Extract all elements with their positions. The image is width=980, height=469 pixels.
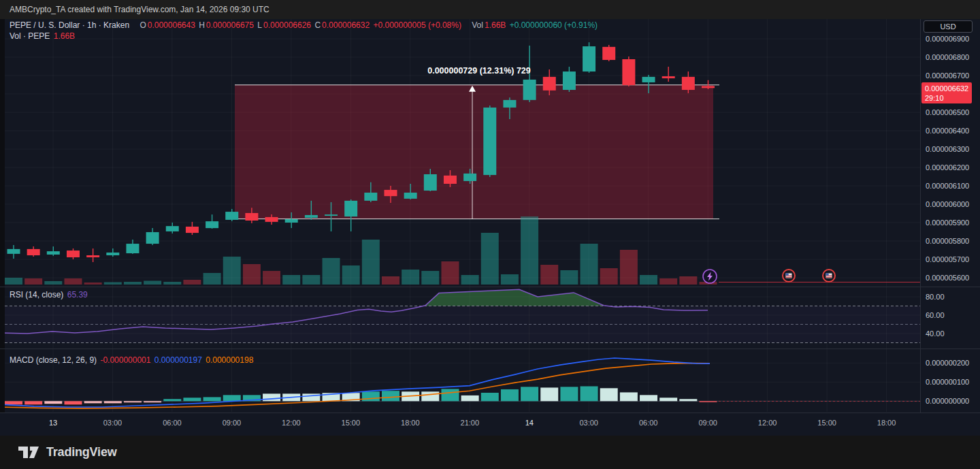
footer-bar: TradingView (0, 436, 980, 469)
time-label: 18:00 (401, 419, 420, 427)
high-label: H (199, 20, 205, 30)
time-label: 21:00 (461, 419, 480, 427)
price-axis[interactable]: USD 0.0000069000.0000068000.0000067000.0… (920, 19, 980, 413)
rsi-axis-label: 40.00 (926, 329, 945, 338)
rsi-axis-label: 60.00 (926, 311, 945, 319)
symbol-title[interactable]: PEPE / U. S. Dollar · 1h · Kraken (10, 20, 129, 30)
macd-legend[interactable]: MACD (close, 12, 26, 9) -0.000000001 0.0… (10, 355, 255, 365)
price-label: 0.000006500 (926, 108, 969, 116)
time-label: 18:00 (877, 419, 896, 427)
tradingview-mark-icon (18, 445, 40, 460)
low-value: 0.000006626 (263, 20, 311, 30)
time-label: 09:00 (223, 419, 242, 427)
rsi-axis-label: 80.00 (926, 293, 945, 301)
macd-axis-label: 0.000000000 (926, 397, 969, 405)
pane-divider[interactable] (0, 349, 980, 349)
close-value: 0.000006632 (322, 20, 370, 30)
time-label: 06:00 (163, 419, 182, 427)
pane-divider[interactable] (0, 287, 980, 287)
rsi-legend[interactable]: RSI (14, close) 65.39 (10, 290, 89, 300)
flash-icon[interactable] (702, 268, 718, 287)
vol-label: Vol (472, 20, 483, 30)
header-bar: AMBCrypto_TA created with TradingView.co… (0, 0, 980, 19)
macd-title[interactable]: MACD (close, 12, 26, 9) (10, 355, 97, 365)
close-label: C (314, 20, 321, 30)
vol-change-value: +0.000000060 (+0.91%) (510, 20, 598, 30)
volume-indicator-value: 1.66B (54, 31, 75, 41)
bar-countdown: 29:10 (925, 93, 972, 103)
price-label: 0.000006100 (926, 182, 969, 190)
rsi-title[interactable]: RSI (14, close) (10, 290, 63, 300)
chart-canvas[interactable] (0, 19, 920, 413)
price-label: 0.000006300 (926, 145, 969, 153)
tradingview-chart-page: AMBCrypto_TA created with TradingView.co… (0, 0, 980, 469)
low-label: L (257, 20, 262, 30)
legend-row-2[interactable]: Vol · PEPE 1.66B (10, 31, 76, 41)
high-value: 0.000006675 (206, 20, 254, 30)
rsi-value: 65.39 (67, 290, 88, 300)
time-axis[interactable]: 1303:0006:0009:0012:0015:0018:0021:00140… (0, 413, 980, 436)
us-flag-event-icon[interactable] (821, 268, 836, 286)
price-label: 0.000006000 (926, 200, 969, 208)
tradingview-logo[interactable]: TradingView (18, 445, 117, 460)
macd-axis-label: 0.000000100 (926, 378, 969, 386)
macd-hist-value: -0.000000001 (100, 355, 150, 365)
price-label: 0.000005900 (926, 219, 969, 227)
time-label: 09:00 (698, 419, 717, 427)
volume-indicator-label[interactable]: Vol · PEPE (10, 31, 50, 41)
left-edge-strip (0, 19, 5, 436)
time-label: 06:00 (639, 419, 658, 427)
price-label: 0.000006800 (926, 53, 969, 61)
price-label: 0.000005800 (926, 237, 969, 245)
us-flag-event-icon[interactable] (781, 268, 796, 286)
change-value: +0.000000005 (+0.08%) (373, 20, 461, 30)
time-label: 12:00 (282, 419, 301, 427)
price-label: 0.000006400 (926, 127, 969, 135)
time-label: 15:00 (817, 419, 836, 427)
price-label: 0.000005700 (926, 255, 969, 263)
open-value: 0.000006643 (148, 20, 195, 30)
time-label: 13 (49, 419, 57, 427)
last-price-tag: 0.000006632 29:10 (921, 82, 972, 103)
time-label: 12:00 (758, 419, 777, 427)
time-label: 14 (525, 419, 534, 427)
legend-row-1[interactable]: PEPE / U. S. Dollar · 1h · Kraken O0.000… (10, 20, 599, 30)
usd-button[interactable]: USD (924, 20, 973, 33)
price-label: 0.000006700 (926, 71, 969, 80)
vol-value: 1.66B (485, 20, 506, 30)
macd-line-value: 0.000000197 (154, 355, 202, 365)
measure-label: 0.000000729 (12.31%) 729 (363, 66, 595, 76)
macd-signal-value: 0.000000198 (206, 355, 253, 365)
macd-axis-label: 0.000000200 (926, 359, 969, 367)
time-label: 15:00 (342, 419, 361, 427)
tradingview-logo-text: TradingView (46, 445, 117, 459)
price-label: 0.000005600 (926, 274, 969, 282)
open-label: O (140, 20, 146, 30)
time-label: 03:00 (579, 419, 598, 427)
time-label: 03:00 (103, 419, 122, 427)
price-label: 0.000006200 (926, 163, 969, 172)
last-price-value: 0.000006632 (925, 84, 972, 93)
header-title: AMBCrypto_TA created with TradingView.co… (10, 5, 270, 14)
price-label: 0.000006900 (926, 35, 969, 43)
